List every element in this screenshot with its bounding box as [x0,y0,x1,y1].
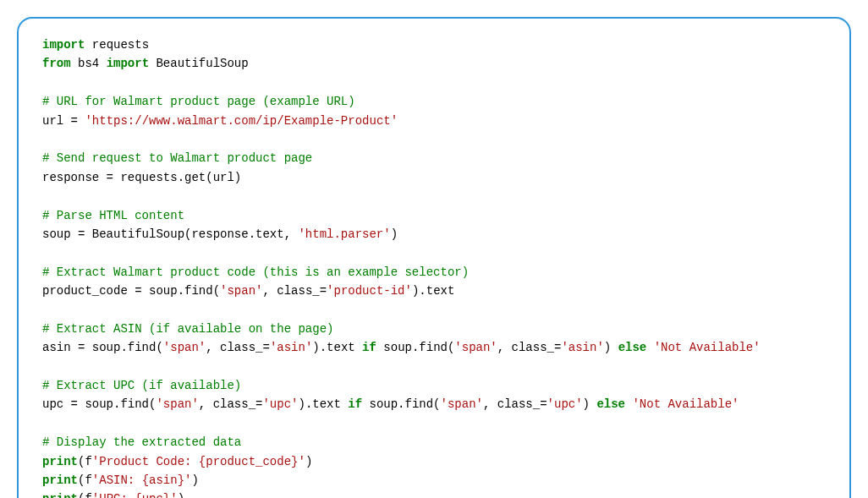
code-line-blank [42,414,826,433]
keyword-import: import [42,38,85,52]
code-line: # Extract UPC (if available) [42,376,826,395]
string: 'Not Available' [654,341,761,354]
string: 'upc' [262,397,298,411]
code-line: print(f'Product Code: {product_code}') [42,452,826,471]
code-line: product_code = soup.find('span', class_=… [42,282,826,300]
code-text: ).text [312,341,362,354]
string: 'html.parser' [298,227,390,241]
comment: # Display the extracted data [42,435,241,449]
code-text: product_code = soup.find( [42,284,220,298]
code-line-blank [42,300,826,319]
string: 'span' [220,284,262,298]
code-text: (f [78,455,92,468]
code-text: response = requests.get(url) [42,171,241,184]
string: 'span' [454,341,497,354]
code-text: soup = BeautifulSoup(response.text, [42,227,298,241]
keyword-if: if [348,397,362,411]
keyword-else: else [618,341,647,354]
code-text: upc = soup.find( [42,397,156,411]
comment: # Extract UPC (if available) [42,379,241,392]
identifier: bs4 [71,57,107,70]
comment: # Extract Walmart product code (this is … [42,265,469,279]
code-line: import requests [42,36,826,54]
code-line: soup = BeautifulSoup(response.text, 'htm… [42,225,826,244]
code-text: , class_= [262,284,327,298]
fstring: 'UPC: {upc}' [92,492,178,498]
code-text: , class_= [497,341,562,354]
code-line-blank [42,130,826,149]
code-text: ).text [412,284,454,298]
string: 'span' [163,341,206,354]
code-line: print(f'UPC: {upc}') [42,490,826,498]
code-text: ) [583,397,597,411]
keyword-if: if [362,341,376,354]
fstring: 'Product Code: {product_code}' [92,455,305,468]
keyword-from: from [42,57,71,70]
string: 'upc' [547,397,583,411]
keyword-print: print [42,473,78,487]
code-text: ) [305,455,312,468]
code-block: import requests from bs4 import Beautifu… [17,17,851,498]
code-text: , class_= [199,397,263,411]
code-text: soup.find( [376,341,454,354]
comment: # Parse HTML content [42,209,184,222]
identifier: url = [42,114,85,128]
code-line-blank [42,74,826,92]
comment: # URL for Walmart product page (example … [42,95,355,108]
fstring: 'ASIN: {asin}' [92,473,192,487]
code-text: (f [78,473,92,487]
code-text: asin = soup.find( [42,341,163,354]
comment: # Send request to Walmart product page [42,151,312,165]
string: 'asin' [561,341,603,354]
keyword-else: else [596,397,625,411]
code-text: ) [191,473,198,487]
keyword-import: import [107,57,149,70]
code-line: # Extract Walmart product code (this is … [42,263,826,282]
keyword-print: print [42,492,78,498]
string: 'https://www.walmart.com/ip/Example-Prod… [85,114,398,128]
code-line: # Send request to Walmart product page [42,149,826,167]
string: 'Not Available' [632,397,739,411]
code-text: , class_= [483,397,547,411]
keyword-print: print [42,455,78,468]
identifier: BeautifulSoup [149,57,249,70]
string: 'span' [441,397,483,411]
code-text [646,341,653,354]
code-line-blank [42,244,826,262]
code-line: asin = soup.find('span', class_='asin').… [42,338,826,357]
string: 'span' [156,397,198,411]
code-line: upc = soup.find('span', class_='upc').te… [42,395,826,413]
code-line-blank [42,358,826,376]
code-line: # Display the extracted data [42,433,826,451]
code-line: # URL for Walmart product page (example … [42,92,826,111]
string: 'asin' [270,341,312,354]
string: 'product-id' [327,284,412,298]
code-text: ) [178,492,184,498]
comment: # Extract ASIN (if available on the page… [42,322,333,336]
code-text: ).text [298,397,348,411]
code-line: response = requests.get(url) [42,168,826,187]
code-text: soup.find( [362,397,440,411]
code-line: # Parse HTML content [42,206,826,225]
identifier: requests [85,38,149,52]
code-line-blank [42,187,826,205]
code-text: (f [78,492,92,498]
code-line: from bs4 import BeautifulSoup [42,54,826,73]
code-line: url = 'https://www.walmart.com/ip/Exampl… [42,112,826,130]
code-text: ) [604,341,618,354]
code-text: ) [391,227,398,241]
code-text: , class_= [206,341,270,354]
code-line: # Extract ASIN (if available on the page… [42,320,826,338]
code-line: print(f'ASIN: {asin}') [42,471,826,490]
